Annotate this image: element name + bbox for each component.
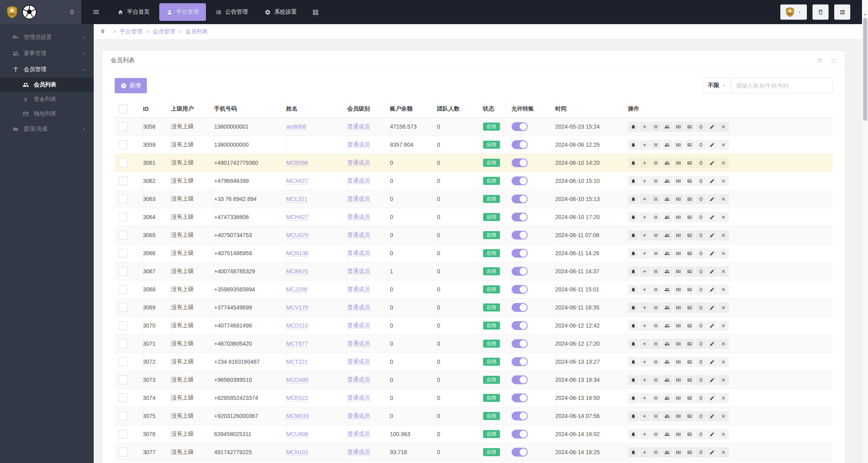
bell-icon-button[interactable] bbox=[628, 303, 639, 313]
member-level-link[interactable]: 普通成员 bbox=[348, 430, 370, 437]
list-icon-button[interactable] bbox=[651, 429, 661, 439]
users-icon-button[interactable] bbox=[662, 339, 673, 349]
delete-icon-button[interactable] bbox=[718, 429, 729, 439]
money-icon-button[interactable] bbox=[673, 212, 684, 222]
money-icon-button[interactable] bbox=[673, 339, 684, 349]
plus-icon-button[interactable] bbox=[640, 447, 650, 457]
money-icon-button[interactable] bbox=[673, 321, 684, 331]
edit-icon-button[interactable] bbox=[707, 194, 718, 204]
member-name-link[interactable]: MCT221 bbox=[286, 359, 308, 365]
nav-item-platform-management[interactable]: 平台管理 bbox=[159, 3, 206, 21]
member-name-link[interactable]: MCB876 bbox=[286, 268, 308, 275]
bell-icon-button[interactable] bbox=[628, 158, 639, 168]
delete-icon-button[interactable] bbox=[718, 303, 729, 313]
plus-icon-button[interactable] bbox=[640, 158, 650, 168]
list-icon-button[interactable] bbox=[651, 194, 661, 204]
bell-icon-button[interactable] bbox=[628, 266, 639, 277]
delete-icon-button[interactable] bbox=[718, 393, 729, 403]
delete-icon-button[interactable] bbox=[718, 447, 729, 457]
bell-icon-button[interactable] bbox=[628, 411, 639, 421]
transfer-toggle[interactable] bbox=[512, 140, 528, 149]
recycle-icon-button[interactable] bbox=[696, 176, 706, 186]
money-icon-button[interactable] bbox=[673, 303, 684, 313]
member-level-link[interactable]: 普通成员 bbox=[348, 322, 370, 329]
row-checkbox[interactable] bbox=[119, 195, 128, 203]
card-icon-button[interactable] bbox=[685, 230, 695, 240]
member-name-link[interactable]: MCL321 bbox=[286, 196, 308, 203]
users-icon-button[interactable] bbox=[662, 140, 673, 150]
bell-icon-button[interactable] bbox=[628, 357, 639, 367]
card-icon-button[interactable] bbox=[685, 212, 695, 222]
recycle-icon-button[interactable] bbox=[696, 303, 706, 313]
plus-icon-button[interactable] bbox=[640, 266, 650, 277]
bell-icon-button[interactable] bbox=[628, 321, 639, 331]
bell-icon-button[interactable] bbox=[628, 447, 639, 457]
apps-grid-icon[interactable] bbox=[306, 9, 325, 16]
bell-icon-button[interactable] bbox=[628, 429, 639, 439]
delete-icon-button[interactable] bbox=[718, 140, 729, 150]
users-icon-button[interactable] bbox=[662, 393, 673, 403]
sidebar-item-withdraw-deposit[interactable]: ₩ 提现/充值 bbox=[0, 121, 94, 137]
member-name-link[interactable]: MCJ208 bbox=[286, 286, 307, 293]
card-icon-button[interactable] bbox=[685, 411, 695, 421]
recycle-icon-button[interactable] bbox=[696, 411, 706, 421]
edit-icon-button[interactable] bbox=[707, 230, 718, 240]
member-level-link[interactable]: 普通成员 bbox=[348, 286, 370, 293]
users-icon-button[interactable] bbox=[662, 230, 673, 240]
account-menu-button[interactable] bbox=[780, 4, 807, 20]
bell-icon-button[interactable] bbox=[628, 212, 639, 222]
member-level-link[interactable]: 普通成员 bbox=[348, 340, 370, 347]
card-icon-button[interactable] bbox=[685, 248, 695, 258]
nav-item-system-settings[interactable]: 系统设置 bbox=[257, 3, 304, 21]
users-icon-button[interactable] bbox=[662, 411, 673, 421]
plus-icon-button[interactable] bbox=[640, 122, 650, 132]
fullscreen-icon[interactable] bbox=[831, 57, 837, 64]
plus-icon-button[interactable] bbox=[640, 248, 650, 258]
transfer-toggle[interactable] bbox=[512, 430, 528, 438]
bell-icon-button[interactable] bbox=[628, 194, 639, 204]
member-level-link[interactable]: 普通成员 bbox=[348, 141, 370, 148]
transfer-toggle[interactable] bbox=[512, 393, 528, 402]
plus-icon-button[interactable] bbox=[640, 194, 650, 204]
transfer-toggle[interactable] bbox=[512, 231, 528, 240]
card-icon-button[interactable] bbox=[685, 266, 695, 277]
money-icon-button[interactable] bbox=[673, 429, 684, 439]
member-level-link[interactable]: 普通成员 bbox=[348, 449, 370, 455]
users-icon-button[interactable] bbox=[662, 447, 673, 457]
row-checkbox[interactable] bbox=[119, 285, 128, 294]
money-icon-button[interactable] bbox=[673, 248, 684, 258]
member-level-link[interactable]: 普通成员 bbox=[348, 376, 370, 383]
recycle-icon-button[interactable] bbox=[696, 212, 706, 222]
bell-icon-button[interactable] bbox=[628, 285, 639, 295]
bell-icon-button[interactable] bbox=[628, 122, 639, 132]
list-icon-button[interactable] bbox=[651, 447, 661, 457]
users-icon-button[interactable] bbox=[662, 266, 673, 277]
member-level-link[interactable]: 普通成员 bbox=[348, 268, 370, 275]
money-icon-button[interactable] bbox=[673, 158, 684, 168]
card-icon-button[interactable] bbox=[685, 194, 695, 204]
edit-icon-button[interactable] bbox=[707, 339, 718, 349]
scrollbar-thumb[interactable] bbox=[863, 18, 867, 121]
users-icon-button[interactable] bbox=[662, 158, 673, 168]
edit-icon-button[interactable] bbox=[707, 266, 718, 277]
list-icon-button[interactable] bbox=[651, 303, 661, 313]
card-icon-button[interactable] bbox=[685, 375, 695, 385]
delete-icon-button[interactable] bbox=[718, 285, 729, 295]
list-icon-button[interactable] bbox=[651, 321, 661, 331]
edit-icon-button[interactable] bbox=[707, 212, 718, 222]
edit-icon-button[interactable] bbox=[707, 447, 718, 457]
member-name-link[interactable]: MCE022 bbox=[286, 395, 308, 402]
sidebar-item-admin-settings[interactable]: 管理员设置 bbox=[0, 29, 94, 45]
list-icon-button[interactable] bbox=[651, 140, 661, 150]
transfer-toggle[interactable] bbox=[512, 321, 528, 330]
row-checkbox[interactable] bbox=[119, 140, 128, 149]
card-icon-button[interactable] bbox=[685, 176, 695, 186]
users-icon-button[interactable] bbox=[662, 194, 673, 204]
delete-icon-button[interactable] bbox=[718, 266, 729, 277]
transfer-toggle[interactable] bbox=[512, 412, 528, 420]
refresh-icon[interactable] bbox=[817, 57, 823, 64]
sidebar-item-funds-list[interactable]: ¥ 资金列表 bbox=[0, 92, 94, 107]
edit-icon-button[interactable] bbox=[707, 429, 718, 439]
bell-icon-button[interactable] bbox=[628, 339, 639, 349]
users-icon-button[interactable] bbox=[662, 285, 673, 295]
